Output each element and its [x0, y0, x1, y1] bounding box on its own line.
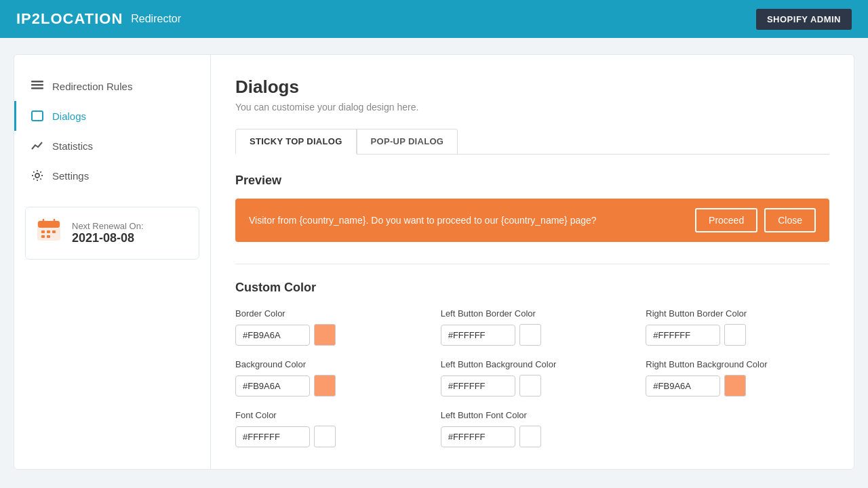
left-btn-bg-color-input-row [441, 375, 625, 396]
tabs-container: STICKY TOP DIALOG POP-UP DIALOG [235, 129, 829, 155]
sidebar-item-statistics[interactable]: Statistics [14, 131, 210, 161]
preview-proceed-button[interactable]: Proceed [695, 208, 757, 232]
right-btn-border-color-swatch[interactable] [724, 324, 746, 346]
font-color-swatch[interactable] [314, 426, 336, 447]
right-btn-border-color-field: Right Button Border Color [646, 308, 829, 346]
background-color-label: Background Color [235, 359, 419, 369]
preview-section-title: Preview [235, 174, 829, 188]
border-color-input-row [235, 324, 419, 346]
svg-rect-12 [41, 235, 45, 238]
svg-rect-3 [32, 111, 43, 121]
logo: IP2LOCATION [16, 10, 123, 28]
right-btn-bg-color-swatch[interactable] [724, 375, 746, 396]
svg-rect-9 [41, 230, 45, 233]
svg-rect-6 [38, 221, 60, 228]
left-btn-font-color-label: Left Button Font Color [441, 410, 625, 420]
right-btn-bg-color-field: Right Button Background Color [646, 359, 829, 396]
color-grid: Border Color Background Color [235, 308, 829, 447]
sidebar-item-dialogs[interactable]: Dialogs [14, 101, 210, 131]
header-subtitle: Redirector [131, 13, 181, 25]
background-color-swatch[interactable] [314, 375, 336, 396]
preview-bar: Visitor from {country_name}. Do you want… [235, 199, 829, 242]
right-btn-bg-color-input[interactable] [646, 375, 720, 396]
calendar-icon [37, 218, 61, 248]
border-color-input[interactable] [235, 325, 310, 346]
left-btn-bg-color-label: Left Button Background Color [441, 359, 625, 369]
renewal-card: Next Renewal On: 2021-08-08 [25, 207, 199, 260]
left-btn-bg-color-input[interactable] [441, 375, 515, 396]
left-btn-font-color-input-row [441, 426, 625, 447]
color-col-middle: Left Button Border Color Left Button Bac… [441, 308, 625, 447]
svg-rect-0 [31, 81, 43, 83]
shopify-admin-button[interactable]: SHOPIFY ADMIN [756, 9, 852, 30]
sidebar-label-statistics: Statistics [52, 140, 93, 152]
dialog-icon [31, 109, 44, 123]
sidebar-nav: Redirection Rules Dialogs Statistics [14, 71, 210, 190]
renewal-info: Next Renewal On: 2021-08-08 [72, 221, 144, 245]
left-btn-border-color-input-row [441, 324, 625, 346]
font-color-field: Font Color [235, 410, 419, 447]
sidebar-item-settings[interactable]: Settings [14, 161, 210, 190]
header: IP2LOCATION Redirector SHOPIFY ADMIN [0, 0, 868, 38]
sidebar-label-settings: Settings [52, 170, 89, 182]
left-btn-bg-color-field: Left Button Background Color [441, 359, 625, 396]
background-color-input[interactable] [235, 375, 310, 396]
right-btn-border-color-label: Right Button Border Color [646, 308, 829, 319]
custom-color-title: Custom Color [235, 281, 829, 295]
sidebar-item-redirection-rules[interactable]: Redirection Rules [14, 71, 210, 101]
renewal-date: 2021-08-08 [72, 231, 144, 245]
color-col-right: Right Button Border Color Right Button B… [646, 308, 829, 447]
left-btn-font-color-field: Left Button Font Color [441, 410, 625, 447]
right-btn-bg-color-label: Right Button Background Color [646, 359, 829, 369]
section-divider [235, 264, 829, 264]
left-btn-bg-color-swatch[interactable] [519, 375, 541, 396]
sidebar-label-redirection-rules: Redirection Rules [52, 81, 132, 92]
background-color-input-row [235, 375, 419, 396]
font-color-input-row [235, 426, 419, 447]
font-color-input[interactable] [235, 426, 310, 447]
preview-bar-text: Visitor from {country_name}. Do you want… [249, 215, 597, 226]
svg-rect-10 [47, 230, 50, 233]
tab-popup[interactable]: POP-UP DIALOG [357, 129, 458, 154]
list-icon [31, 79, 44, 93]
background-color-field: Background Color [235, 359, 419, 396]
border-color-label: Border Color [235, 308, 419, 319]
page-title: Dialogs [235, 77, 829, 98]
left-btn-border-color-swatch[interactable] [519, 324, 541, 346]
svg-rect-1 [31, 84, 43, 86]
left-btn-border-color-label: Left Button Border Color [441, 308, 625, 319]
app-card: Redirection Rules Dialogs Statistics [14, 54, 854, 470]
font-color-label: Font Color [235, 410, 419, 420]
svg-point-4 [35, 174, 39, 178]
svg-rect-13 [47, 235, 50, 238]
right-btn-bg-color-input-row [646, 375, 829, 396]
left-btn-border-color-field: Left Button Border Color [441, 308, 625, 346]
left-btn-font-color-swatch[interactable] [519, 426, 541, 447]
right-btn-border-color-input-row [646, 324, 829, 346]
svg-rect-2 [31, 87, 43, 89]
tab-sticky-top[interactable]: STICKY TOP DIALOG [235, 129, 357, 155]
main-container: Redirection Rules Dialogs Statistics [0, 38, 868, 486]
settings-icon [31, 169, 44, 182]
renewal-label: Next Renewal On: [72, 221, 144, 231]
color-col-left: Border Color Background Color [235, 308, 419, 447]
right-btn-border-color-input[interactable] [646, 325, 720, 346]
border-color-swatch[interactable] [314, 324, 336, 346]
left-btn-font-color-input[interactable] [441, 426, 515, 447]
svg-rect-11 [52, 230, 56, 233]
statistics-icon [31, 139, 44, 152]
sidebar-label-dialogs: Dialogs [52, 110, 86, 122]
sidebar: Redirection Rules Dialogs Statistics [14, 55, 211, 469]
preview-close-button[interactable]: Close [764, 208, 816, 232]
preview-buttons: Proceed Close [695, 208, 816, 232]
header-left: IP2LOCATION Redirector [16, 10, 181, 28]
left-btn-border-color-input[interactable] [441, 325, 515, 346]
content-area: Dialogs You can customise your dialog de… [211, 55, 854, 469]
page-subtitle: You can customise your dialog design her… [235, 102, 829, 113]
border-color-field: Border Color [235, 308, 419, 346]
